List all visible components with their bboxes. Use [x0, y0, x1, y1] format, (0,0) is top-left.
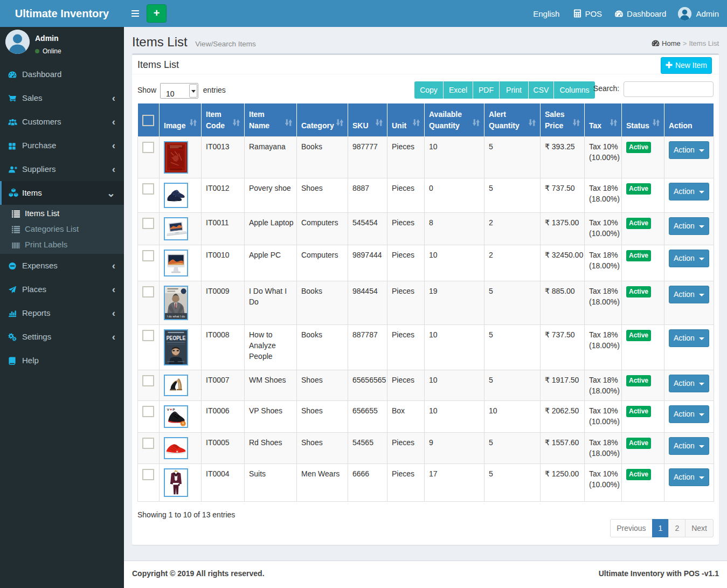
- svg-text:V▼P: V▼P: [167, 407, 175, 411]
- svg-text:PEOPLE: PEOPLE: [167, 335, 186, 341]
- svg-text:AIR: AIR: [182, 424, 184, 426]
- svg-text:I do what I do: I do what I do: [167, 315, 185, 318]
